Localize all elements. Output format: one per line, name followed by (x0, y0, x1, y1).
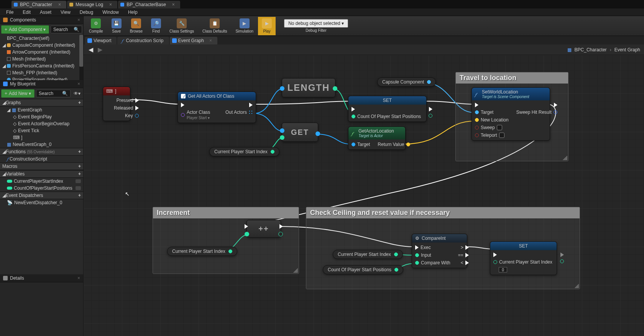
class-settings-button[interactable]: 🔧Class Settings (166, 17, 198, 35)
visibility-toggle[interactable] (76, 179, 81, 183)
pin-sweep[interactable]: Sweep (475, 125, 509, 130)
tab-message-log[interactable]: Message Log × (67, 1, 117, 8)
node-get[interactable]: GET (282, 123, 318, 142)
menu-debug[interactable]: Debug (76, 9, 97, 16)
node-var-current-index[interactable]: Current Player Start Index (209, 147, 279, 156)
node-get-actor-location[interactable]: 𝑓GetActorLocationTarget is Actor Target … (348, 126, 406, 150)
component-arrow[interactable]: ArrowComponent (Inherited) (0, 49, 83, 56)
close-icon[interactable]: × (172, 2, 175, 7)
component-capsule[interactable]: ◢CapsuleComponent (Inherited) (0, 42, 83, 49)
pin-exec-out[interactable] (225, 103, 253, 107)
pin-exec-in[interactable] (475, 103, 509, 107)
pin-new-location[interactable]: New Location (475, 117, 509, 123)
pin-value-in[interactable]: Count Of Player Start Positions (352, 114, 421, 119)
var-count-positions[interactable]: CountOfPlayerStartPositions (0, 185, 83, 192)
event-overlap[interactable]: ◇Event ActorBeginOverlap (0, 120, 83, 127)
close-icon[interactable]: × (77, 81, 80, 87)
menu-help[interactable]: Help (124, 9, 141, 16)
pin-out-actors[interactable]: Out Actors (225, 110, 253, 115)
component-projectile[interactable]: ProjectileSpawn (Inherited) (0, 76, 83, 80)
save-button[interactable]: 💾Save (108, 17, 125, 35)
comment-title[interactable]: Increment (153, 207, 299, 218)
visibility-toggle[interactable] (76, 186, 81, 190)
node-var-current-index-3[interactable]: Current Player Start Index (333, 250, 403, 259)
pin-exec-out[interactable] (516, 103, 557, 107)
component-mesh[interactable]: Mesh (Inherited) (0, 56, 83, 62)
menu-edit[interactable]: Edit (19, 9, 34, 16)
graph-eventgraph[interactable]: ◢▦EventGraph (0, 107, 83, 113)
tab-event-graph[interactable]: Event Graph× (170, 37, 217, 44)
class-defaults-button[interactable]: 📋Class Defaults (199, 17, 231, 35)
graph-new0[interactable]: ▦NewEventGraph_0 (0, 141, 83, 148)
pin-return[interactable]: Return Value (378, 142, 410, 147)
pin-value-literal[interactable]: 0 (493, 267, 552, 272)
resize-handle[interactable] (574, 284, 579, 288)
node-increment[interactable]: ++ (246, 220, 281, 238)
close-icon[interactable]: × (109, 2, 112, 7)
details-panel-tab[interactable]: Details × (0, 274, 83, 282)
my-blueprint-panel-tab[interactable]: My Blueprint × (0, 80, 83, 88)
pin-value-out[interactable] (560, 259, 564, 263)
compile-button[interactable]: ⚙Compile (85, 17, 107, 35)
pin-input[interactable]: Input (415, 252, 450, 258)
node-header[interactable]: SET (348, 96, 426, 105)
pin-pressed[interactable]: Pressed (114, 98, 139, 103)
nav-forward[interactable]: ▶ (97, 46, 104, 53)
components-search[interactable]: Search 🔍 (51, 26, 82, 33)
node-compare-int[interactable]: ⚙CompareInt Exec Input Compare With > ==… (412, 234, 467, 268)
node-var-capsule-component[interactable]: Capsule Component (377, 77, 436, 87)
pin-index-in[interactable] (280, 135, 284, 140)
node-set-count[interactable]: SET Count Of Player Start Positions (348, 96, 427, 122)
graph-canvas[interactable]: Travel to location Increment Check Ceili… (84, 55, 644, 336)
close-icon[interactable]: × (209, 38, 212, 43)
close-icon[interactable]: × (77, 17, 80, 23)
pin-target[interactable]: Target (352, 142, 370, 147)
pin-out[interactable] (271, 150, 274, 154)
pin-key[interactable]: Key (114, 113, 139, 118)
pin-int-out[interactable] (278, 232, 283, 236)
pin-int-in[interactable] (245, 232, 249, 236)
nav-back[interactable]: ◀ (87, 46, 94, 53)
node-length[interactable]: LENGTH (282, 78, 335, 97)
tree-scrollbar[interactable] (79, 35, 83, 80)
event-key[interactable]: ⌨] (0, 134, 83, 141)
dispatcher-new0[interactable]: 📡NewEventDispatcher_0 (0, 199, 83, 206)
node-header[interactable]: 𝑓Get All Actors Of Class (178, 92, 256, 100)
pin-out[interactable] (228, 249, 232, 253)
checkbox[interactable] (499, 133, 504, 138)
pin-greater[interactable]: > (458, 245, 469, 250)
component-self[interactable]: BPC_Character(self) (0, 35, 83, 42)
pin-exec-in[interactable] (245, 224, 248, 229)
node-header[interactable]: ⌨] (103, 87, 130, 95)
debug-object-select[interactable]: No debug object selected ▾ (284, 19, 348, 28)
pin-equal[interactable]: == (458, 252, 469, 258)
find-button[interactable]: 🔎Find (147, 17, 165, 35)
pin-out[interactable] (427, 80, 431, 84)
pin-exec-in[interactable]: Exec (415, 245, 450, 250)
tab-construction[interactable]: 𝑓Construction Scrip (117, 37, 169, 44)
pin-exec-in[interactable] (181, 103, 210, 107)
pin-int-out[interactable] (333, 86, 337, 91)
pin-value-out[interactable] (429, 114, 432, 118)
view-options-icon[interactable]: 👁▾ (72, 91, 82, 96)
close-icon[interactable]: × (58, 2, 61, 7)
pin-teleport[interactable]: Teleport (475, 133, 509, 138)
pin-compare-with[interactable]: Compare With (415, 260, 450, 266)
simulation-button[interactable]: ▶Simulation (232, 17, 257, 35)
node-var-current-index-2[interactable]: Current Player Start Index (167, 247, 237, 256)
tab-viewport[interactable]: Viewport (85, 37, 117, 44)
menu-asset[interactable]: Asset (36, 9, 55, 16)
pin-target[interactable]: Target (475, 110, 509, 115)
pin-array-in[interactable] (280, 86, 284, 91)
add-variable-button[interactable]: + (78, 171, 81, 177)
tab-bp-characterbase[interactable]: BP_CharacterBase × (118, 1, 180, 8)
section-functions[interactable]: ◢Functions (55 Overridable)+ (0, 148, 83, 156)
component-mesh-fpp[interactable]: Mesh_FPP (Inherited) (0, 69, 83, 76)
node-input-key[interactable]: ⌨] Pressed Released Key (103, 87, 130, 121)
node-header[interactable]: 𝑓SetWorldLocationTarget is Scene Compone… (472, 88, 550, 100)
pin-exec-out[interactable] (560, 252, 564, 257)
play-button[interactable]: ▶Play (258, 17, 276, 35)
blueprint-search[interactable]: Search 🔍 (36, 90, 71, 97)
node-set-world-location[interactable]: 𝑓SetWorldLocationTarget is Scene Compone… (472, 87, 550, 141)
menu-window[interactable]: Window (99, 9, 123, 16)
